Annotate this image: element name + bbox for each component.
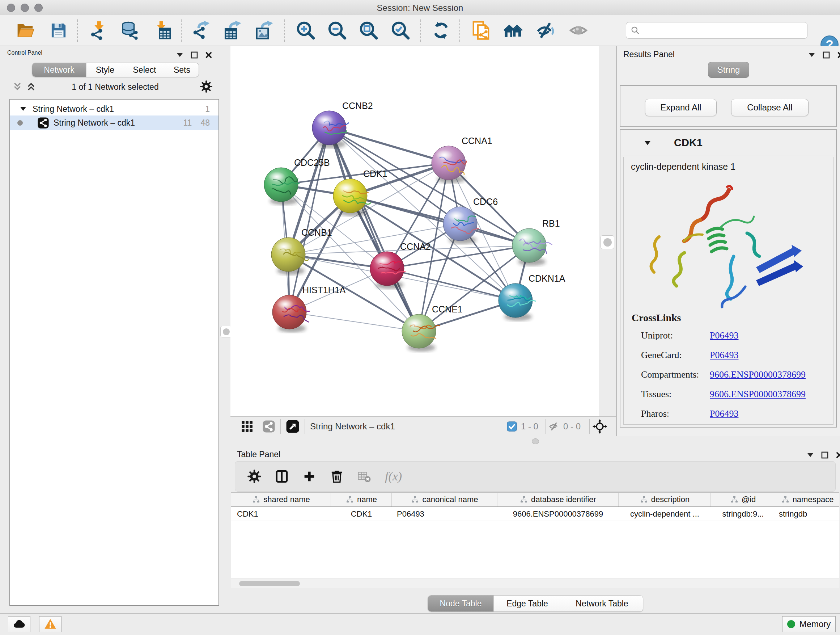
table-settings-button[interactable] xyxy=(246,468,263,485)
column-header[interactable]: name xyxy=(331,493,392,507)
eye-slash-icon xyxy=(535,21,555,40)
import-network-database-button[interactable] xyxy=(118,20,140,41)
entry-header[interactable]: CDK1 xyxy=(621,130,836,156)
table-horizontal-scrollbar[interactable] xyxy=(231,578,839,588)
network-collection-row[interactable]: String Network – cdk1 1 xyxy=(10,102,218,116)
clone-network-button[interactable] xyxy=(471,20,492,41)
zoom-out-button[interactable] xyxy=(327,20,347,41)
cell-shared-name[interactable]: CDK1 xyxy=(231,507,331,521)
control-panel-tabs: Network Style Select Sets xyxy=(32,63,199,77)
first-neighbors-button[interactable] xyxy=(503,20,524,41)
cell-canonical-name[interactable]: P06493 xyxy=(392,507,497,521)
warnings-button[interactable] xyxy=(39,616,62,632)
close-panel-icon[interactable] xyxy=(837,51,840,59)
tab-node-table[interactable]: Node Table xyxy=(428,595,494,611)
horizontal-splitter-handle[interactable] xyxy=(532,439,539,444)
column-header[interactable]: description xyxy=(619,493,711,507)
import-table-icon xyxy=(153,21,172,40)
memory-button[interactable]: Memory xyxy=(782,616,836,632)
column-header[interactable]: database identifier xyxy=(497,493,619,507)
column-header[interactable]: @id xyxy=(711,493,775,507)
network-canvas[interactable]: CCNB2CCNA1CDC25BCDK1CDC6RB1CCNB1CCNA2CDK… xyxy=(231,46,599,416)
cell-description[interactable]: cyclin-dependent ... xyxy=(619,507,711,521)
network-row[interactable]: String Network – cdk1 11 48 xyxy=(10,116,218,130)
crosslink-link[interactable]: P06493 xyxy=(710,409,738,419)
cloud-status-button[interactable] xyxy=(8,616,30,632)
results-actions-box: Expand All Collapse All xyxy=(620,85,837,127)
crosslink-link[interactable]: 9606.ENSP00000378699 xyxy=(710,389,806,400)
float-panel-icon[interactable] xyxy=(821,451,829,459)
export-image-button[interactable] xyxy=(254,20,275,41)
tab-edge-table[interactable]: Edge Table xyxy=(494,595,561,611)
zoom-selected-button[interactable] xyxy=(390,20,411,41)
zoom-in-button[interactable] xyxy=(295,20,316,41)
close-panel-icon[interactable] xyxy=(205,51,213,59)
cell-id[interactable]: stringdb:9... xyxy=(711,507,775,521)
show-columns-button[interactable] xyxy=(273,468,290,485)
titlebar: Session: New Session xyxy=(0,0,840,15)
close-panel-icon[interactable] xyxy=(835,451,840,459)
tab-style[interactable]: Style xyxy=(87,63,124,77)
table-toolbar: f(x) xyxy=(235,461,836,492)
delete-column-button[interactable] xyxy=(328,468,345,485)
refresh-view-button[interactable] xyxy=(431,20,452,41)
tab-string[interactable]: String xyxy=(708,62,749,78)
hide-selected-button[interactable] xyxy=(535,20,556,41)
cell-name[interactable]: CDK1 xyxy=(331,507,392,521)
search-input[interactable] xyxy=(640,23,807,38)
cell-namespace[interactable]: stringdb xyxy=(775,507,839,521)
cell-database-identifier[interactable]: 9606.ENSP00000378699 xyxy=(497,507,619,521)
zoom-fit-button[interactable] xyxy=(358,20,379,41)
birds-eye-view-icon[interactable] xyxy=(286,420,300,433)
network-options-gear-icon[interactable] xyxy=(200,80,213,93)
string-network-icon xyxy=(37,117,49,129)
network-edge[interactable] xyxy=(329,128,419,331)
open-session-button[interactable] xyxy=(15,20,36,41)
collapse-panel-icon[interactable] xyxy=(176,51,184,59)
collapse-all-button[interactable]: Collapse All xyxy=(731,99,808,116)
grid-view-icon[interactable] xyxy=(240,420,254,433)
selected-count: 1 - 0 xyxy=(521,421,538,432)
column-header[interactable]: namespace xyxy=(775,493,839,507)
crosslink-link[interactable]: P06493 xyxy=(710,330,738,341)
control-panel: Control Panel Network Style Select Sets … xyxy=(0,46,231,613)
column-header[interactable]: shared name xyxy=(231,493,331,507)
add-column-button[interactable] xyxy=(301,468,317,485)
search-field xyxy=(626,22,807,39)
homes-icon xyxy=(504,21,523,40)
selected-checkbox-icon[interactable] xyxy=(507,421,517,432)
right-splitter-handle[interactable] xyxy=(600,235,614,249)
hidden-eye-icon[interactable] xyxy=(548,421,560,432)
tree-expand-icon[interactable] xyxy=(19,105,27,112)
import-network-file-button[interactable] xyxy=(88,20,110,41)
crosslink-link[interactable]: 9606.ENSP00000378699 xyxy=(710,369,806,380)
float-panel-icon[interactable] xyxy=(822,51,830,59)
import-table-button[interactable] xyxy=(152,20,173,41)
network-edge[interactable] xyxy=(329,128,448,163)
export-network-button[interactable] xyxy=(191,20,212,41)
toolbar-separator xyxy=(284,19,285,42)
export-table-button[interactable] xyxy=(222,20,243,41)
network-node-label: CCNA1 xyxy=(462,136,493,146)
tab-select[interactable]: Select xyxy=(124,63,165,77)
export-image-icon xyxy=(254,21,274,40)
expand-all-button[interactable]: Expand All xyxy=(645,99,717,116)
collapse-panel-icon[interactable] xyxy=(808,51,816,59)
fit-content-crosshair-icon[interactable] xyxy=(592,419,607,434)
cloud-icon xyxy=(13,618,26,631)
right-splitter[interactable] xyxy=(599,46,616,416)
collapse-panel-icon[interactable] xyxy=(806,451,814,459)
show-graphics-details-button[interactable] xyxy=(568,20,589,41)
entry-expand-icon[interactable] xyxy=(644,139,652,147)
network-share-icon[interactable] xyxy=(262,420,275,433)
column-header[interactable]: canonical name xyxy=(392,493,497,507)
tab-sets[interactable]: Sets xyxy=(165,63,199,77)
table-panel-title: Table Panel xyxy=(237,450,280,459)
save-session-button[interactable] xyxy=(48,20,69,41)
crosslink-link[interactable]: P06493 xyxy=(710,350,738,361)
scrollbar-thumb[interactable] xyxy=(239,581,300,586)
tab-network[interactable]: Network xyxy=(32,63,87,77)
table-row[interactable]: CDK1 CDK1 P06493 9606.ENSP00000378699 cy… xyxy=(231,507,839,521)
float-panel-icon[interactable] xyxy=(190,51,198,59)
tab-network-table[interactable]: Network Table xyxy=(561,595,643,611)
